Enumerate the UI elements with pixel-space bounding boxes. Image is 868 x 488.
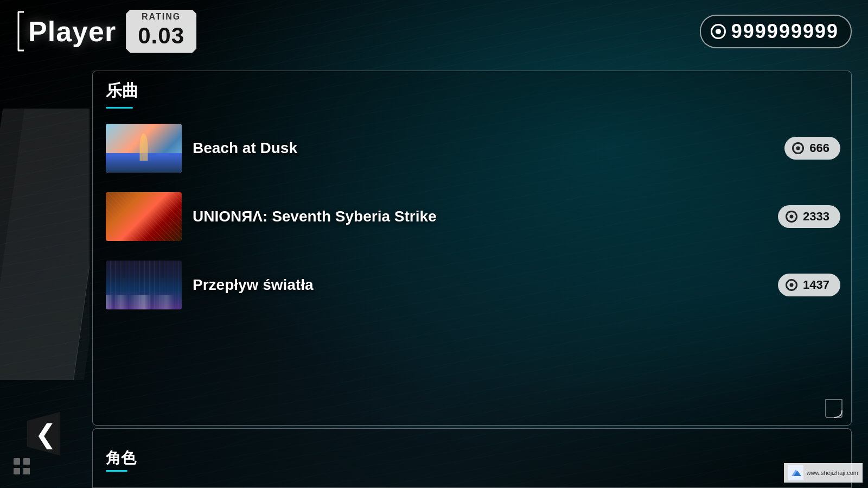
- score-circle-icon: [711, 24, 726, 39]
- rating-label: RATING: [142, 12, 181, 22]
- przepyw-thumbnail-img: [106, 261, 182, 309]
- dot-br: [23, 468, 30, 474]
- song-title: UNIONЯΛ: Seventh Syberia Strike: [193, 208, 437, 225]
- songs-panel-header: 乐曲: [93, 71, 851, 109]
- song-item[interactable]: Beach at Dusk 666: [93, 114, 851, 182]
- characters-panel-title: 角色: [106, 449, 136, 466]
- beach-thumbnail-img: [106, 124, 182, 173]
- song-score-pill: 1437: [778, 274, 840, 296]
- pill-circle-icon: [792, 142, 804, 154]
- header-score-value: 999999999: [731, 20, 839, 43]
- watermark-text: www.shejizhaji.com: [807, 469, 858, 477]
- dot-tl: [14, 458, 20, 465]
- song-title: Beach at Dusk: [193, 140, 297, 157]
- song-score-value: 666: [809, 141, 829, 155]
- song-title: Przepływ światła: [193, 276, 314, 294]
- rating-value: 0.03: [138, 23, 184, 49]
- pill-circle-icon: [786, 279, 797, 291]
- watermark: www.shejizhaji.com: [784, 463, 863, 483]
- header-score-section: 999999999: [700, 15, 852, 48]
- panel-corner-decoration: [823, 397, 845, 419]
- dot-tr: [23, 458, 30, 465]
- rating-box: RATING 0.03: [126, 10, 196, 53]
- song-thumbnail-przepyw: [106, 261, 182, 309]
- header: Player RATING 0.03 999999999: [0, 0, 868, 62]
- left-navigation: ❮: [0, 0, 87, 488]
- characters-panel-header: 角色: [106, 448, 136, 468]
- song-score-pill: 2333: [778, 205, 840, 228]
- song-thumbnail-beach: [106, 124, 182, 173]
- watermark-site: www.shejizhaji.com: [807, 469, 858, 477]
- song-score-value: 2333: [803, 210, 829, 224]
- union-thumbnail-img: [106, 192, 182, 241]
- characters-panel: 角色: [92, 428, 852, 488]
- song-thumbnail-union: [106, 192, 182, 241]
- songs-panel: 乐曲 Beach at Dusk 666 UNIONЯΛ: Seventh S: [92, 71, 852, 426]
- back-button[interactable]: ❮: [27, 412, 60, 455]
- dot-bl: [14, 468, 20, 474]
- chevron-left-icon: ❮: [35, 419, 56, 449]
- ui-layer: Player RATING 0.03 999999999 乐曲 Beach: [0, 0, 868, 488]
- song-score-value: 1437: [803, 278, 829, 292]
- song-item[interactable]: Przepływ światła 1437: [93, 251, 851, 319]
- pill-circle-icon: [786, 211, 797, 223]
- dots-grid: [14, 458, 30, 474]
- song-score-pill: 666: [784, 137, 840, 160]
- songs-panel-title: 乐曲: [106, 81, 138, 99]
- watermark-icon: [788, 465, 803, 480]
- song-list: Beach at Dusk 666 UNIONЯΛ: Seventh Syber…: [93, 109, 851, 325]
- song-item[interactable]: UNIONЯΛ: Seventh Syberia Strike 2333: [93, 182, 851, 251]
- characters-title-underline: [106, 470, 127, 472]
